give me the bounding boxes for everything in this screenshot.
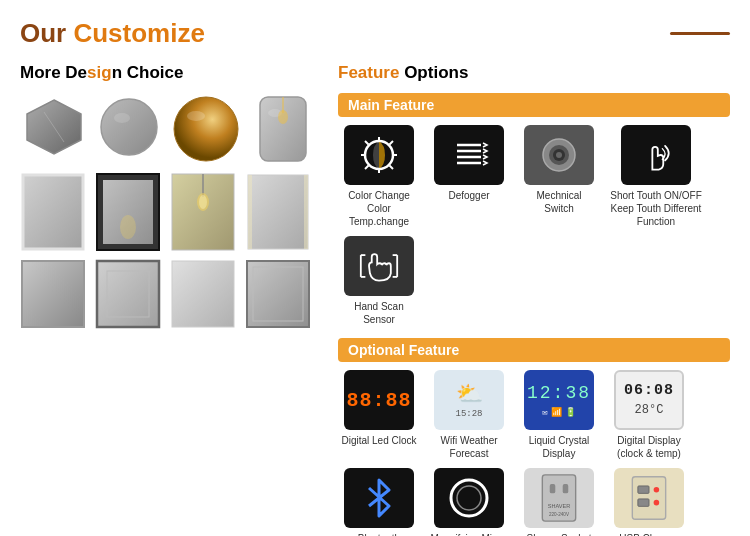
svg-rect-22 bbox=[22, 261, 84, 327]
page-header: Our Customize bbox=[20, 18, 730, 49]
lcd-time: 12:38 bbox=[527, 383, 591, 403]
touch-icon-box bbox=[621, 125, 691, 185]
black-frame-shape bbox=[95, 172, 161, 252]
optional-row-2: Bluetooth Speaker Magnifying Mirror bbox=[338, 468, 730, 536]
feature-highlight: Feature bbox=[338, 63, 399, 82]
black-frame-mirror bbox=[95, 172, 163, 252]
feature-item-digital-led-clock: 88:88 Digital Led Clock bbox=[338, 370, 420, 460]
design-section-title: More Design Choice bbox=[20, 63, 320, 83]
svg-rect-54 bbox=[550, 484, 556, 493]
left-column: More Design Choice bbox=[20, 63, 320, 536]
feature-item-bluetooth-speaker: Bluetooth Speaker bbox=[338, 468, 420, 536]
design-row-3 bbox=[20, 259, 320, 331]
optional-feature-header: Optional Feature bbox=[338, 338, 730, 362]
hand-scan-icon bbox=[359, 244, 399, 288]
svg-point-2 bbox=[101, 99, 157, 155]
digital-led-clock-label: Digital Led Clock bbox=[341, 434, 416, 447]
wifi-weather-icon-box: ⛅ 15:28 bbox=[434, 370, 504, 430]
main-content: More Design Choice bbox=[20, 63, 730, 536]
svg-point-62 bbox=[654, 500, 660, 506]
square-mirror-3 bbox=[170, 259, 238, 331]
warm-circle-shape bbox=[171, 94, 241, 164]
feature-item-mechanical-switch: MechnicalSwitch bbox=[518, 125, 600, 228]
svg-text:SHAVER: SHAVER bbox=[548, 503, 570, 509]
main-feature-header: Main Feature bbox=[338, 93, 730, 117]
hand-scan-label: Hand Scan Sensor bbox=[338, 300, 420, 326]
svg-rect-58 bbox=[632, 477, 665, 520]
pendant-shape bbox=[170, 172, 236, 252]
svg-point-61 bbox=[654, 487, 660, 493]
sq2-shape bbox=[95, 259, 161, 329]
sq3-shape bbox=[170, 259, 236, 329]
svg-rect-20 bbox=[248, 175, 252, 249]
design-highlight: sig bbox=[87, 63, 112, 82]
bluetooth-icon-box bbox=[344, 468, 414, 528]
hexagon-mirror bbox=[20, 93, 88, 161]
hand-scan-icon-box bbox=[344, 236, 414, 296]
digi-time: 06:08 bbox=[624, 381, 674, 401]
magnify-icon bbox=[447, 476, 491, 520]
square-mirror-1 bbox=[20, 259, 88, 331]
hexagon-shape bbox=[24, 97, 84, 157]
square-mirror-4 bbox=[245, 259, 313, 331]
optional-feature-grid: 88:88 Digital Led Clock ⛅ 15:28 Wifi Wea… bbox=[338, 370, 730, 536]
svg-point-5 bbox=[187, 111, 205, 121]
feature-item-digital-display: 06:08 28°C Digital Display(clock & temp) bbox=[608, 370, 690, 460]
svg-point-14 bbox=[120, 215, 136, 239]
magnify-label: Magnifying Mirror bbox=[430, 532, 507, 536]
shaver-socket-icon: SHAVER 220-240V bbox=[537, 473, 581, 523]
feature-item-usb-charger: USB Charger bbox=[608, 468, 690, 536]
defogger-icon-box bbox=[434, 125, 504, 185]
feature-item-liquid-crystal: 12:38 ✉ 📶 🔋 Liquid Crystal Display bbox=[518, 370, 600, 460]
svg-rect-60 bbox=[638, 499, 649, 506]
svg-text:220-240V: 220-240V bbox=[549, 512, 570, 517]
round-mirror bbox=[95, 93, 163, 161]
shaver-icon-box: SHAVER 220-240V bbox=[524, 468, 594, 528]
page: Our Customize More Design Choice bbox=[0, 0, 750, 536]
tall-rect-mirror bbox=[20, 172, 88, 252]
usb-icon-box bbox=[614, 468, 684, 528]
mechanical-switch-label: MechnicalSwitch bbox=[536, 189, 581, 215]
shaver-label: Shaver Socket bbox=[526, 532, 591, 536]
portrait-shape bbox=[258, 95, 308, 163]
weather-temp: 15:28 bbox=[455, 409, 482, 419]
optional-row-1: 88:88 Digital Led Clock ⛅ 15:28 Wifi Wea… bbox=[338, 370, 730, 460]
slim-shape bbox=[245, 172, 311, 252]
slim-mirror bbox=[245, 172, 313, 252]
feature-item-shaver-socket: SHAVER 220-240V Shaver Socket bbox=[518, 468, 600, 536]
title-prefix: Our bbox=[20, 18, 73, 48]
magnify-icon-box bbox=[434, 468, 504, 528]
design-row-1 bbox=[20, 93, 320, 165]
header-decorative-line bbox=[670, 32, 730, 35]
svg-rect-59 bbox=[638, 486, 649, 493]
mechanical-switch-icon-box bbox=[524, 125, 594, 185]
lcd-icon-box: 12:38 ✉ 📶 🔋 bbox=[524, 370, 594, 430]
feature-item-color-change: Color ChangeColor Temp.change bbox=[338, 125, 420, 228]
digi-temp: 28°C bbox=[635, 403, 664, 419]
svg-rect-10 bbox=[23, 175, 83, 249]
defogger-icon bbox=[449, 133, 489, 177]
svg-point-18 bbox=[199, 195, 207, 209]
digital-display-label: Digital Display(clock & temp) bbox=[617, 434, 681, 460]
color-change-icon bbox=[359, 135, 399, 175]
square-mirror-2 bbox=[95, 259, 163, 331]
main-feature-items: Color ChangeColor Temp.change bbox=[338, 125, 730, 326]
wifi-weather-label: Wifi Weather Forecast bbox=[428, 434, 510, 460]
bluetooth-icon bbox=[363, 478, 395, 518]
feature-section-title: Feature Options bbox=[338, 63, 730, 83]
pendant-mirror bbox=[170, 172, 238, 252]
lcd-label: Liquid Crystal Display bbox=[518, 434, 600, 460]
tall-rect-shape bbox=[20, 172, 86, 252]
svg-rect-25 bbox=[172, 261, 234, 327]
svg-rect-26 bbox=[247, 261, 309, 327]
feature-item-short-touch: Short Touth ON/OFFKeep Touth DifferentFu… bbox=[608, 125, 704, 228]
feature-item-magnifying-mirror: Magnifying Mirror bbox=[428, 468, 510, 536]
feature-item-hand-scan: Hand Scan Sensor bbox=[338, 236, 420, 326]
lcd-icons: ✉ 📶 🔋 bbox=[542, 407, 575, 418]
circle-warm-mirror bbox=[170, 93, 242, 165]
svg-line-35 bbox=[390, 141, 394, 145]
svg-point-44 bbox=[556, 152, 562, 158]
short-touch-label: Short Touth ON/OFFKeep Touth DifferentFu… bbox=[610, 189, 702, 228]
defogger-label: Defogger bbox=[448, 189, 489, 202]
feature-item-wifi-weather: ⛅ 15:28 Wifi Weather Forecast bbox=[428, 370, 510, 460]
